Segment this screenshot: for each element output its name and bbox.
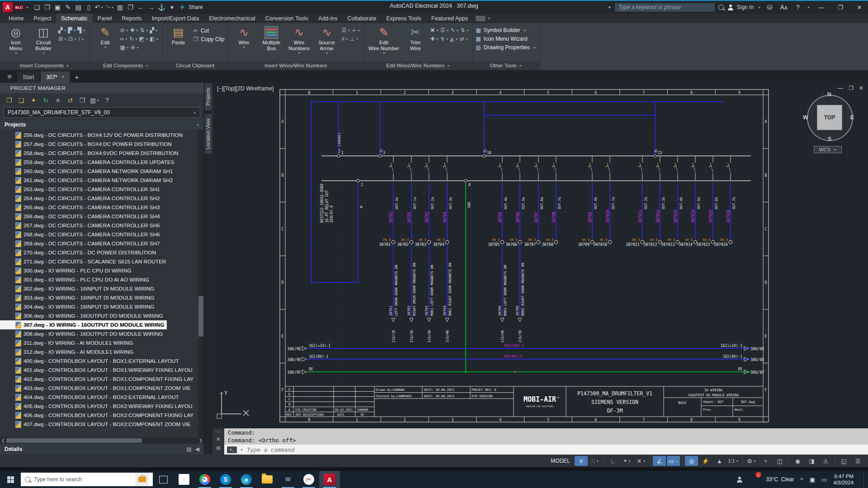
small-tool-icon[interactable]: ✖▼: [430, 27, 439, 34]
taskbar-word-icon[interactable]: W: [278, 471, 298, 488]
small-tool-icon[interactable]: ▛▼: [68, 27, 76, 34]
chevron-down-icon[interactable]: ▼: [455, 38, 458, 41]
tray-expand-icon[interactable]: ^: [801, 476, 803, 483]
ribbon-tab-home[interactable]: Home: [4, 14, 28, 23]
details-grid-icon[interactable]: ▤: [186, 446, 191, 452]
new-file-icon[interactable]: ❏: [32, 2, 42, 13]
file-list-item[interactable]: 300.dwg - IO WIRING - PLC CPU DI WIRING: [0, 266, 204, 275]
status-menu-button[interactable]: ☰: [851, 456, 864, 466]
chevron-down-icon[interactable]: ▼: [466, 29, 469, 32]
small-tool-icon[interactable]: ↯▼: [440, 35, 449, 42]
file-list-item[interactable]: 303.dwg - IO WIRING - 16INPUT DI MODULE …: [0, 293, 204, 302]
file-tab-menu-icon[interactable]: ≡: [2, 71, 17, 83]
help-caret[interactable]: ▼: [807, 6, 810, 9]
chevron-down-icon[interactable]: ▼: [145, 38, 148, 41]
chevron-down-icon[interactable]: ▼: [63, 29, 66, 32]
close-icon[interactable]: ×: [61, 75, 64, 80]
next-drawing-icon[interactable]: →: [146, 2, 156, 13]
ribbon-tab-panel[interactable]: Panel: [93, 14, 117, 23]
command-grip[interactable]: ⁞⁞⁞: [216, 429, 222, 433]
file-list-item[interactable]: 400.dwg - CONTROLBOX LAYOUT - BOX1:EXTER…: [0, 357, 204, 366]
help-search-input[interactable]: Type a keyword or phrase: [615, 3, 715, 12]
palette-grip[interactable]: ⁞⁞: [4, 86, 7, 90]
file-list-item[interactable]: 306.dwg - IO WIRING - 16OUTPUT DO MODULE…: [0, 311, 204, 320]
project-dropdown[interactable]: P147300_MA_DRUMFILTER_S7F_V9_00 ▼: [4, 107, 200, 118]
wire-numbers-button[interactable]: ∿WireNumbers▼: [286, 24, 311, 61]
chevron-down-icon[interactable]: ▼: [96, 99, 99, 102]
drawing-tab-Start[interactable]: Start: [17, 71, 39, 83]
file-list-item[interactable]: 261.dwg - DC CIRCUITS - CAMERA NETWORK D…: [0, 176, 204, 185]
chevron-down-icon[interactable]: ▼: [347, 29, 350, 32]
file-list-item[interactable]: 260.dwg - DC CIRCUITS - CAMERA NETWORK D…: [0, 167, 204, 176]
view-cube[interactable]: TOP N E S W: [805, 93, 854, 142]
palette-tab-projects[interactable]: Projects: [204, 83, 212, 111]
previous-drawing-icon[interactable]: ←: [136, 2, 146, 13]
icon-menu-button[interactable]: ◎IconMenu▼: [3, 24, 28, 61]
add-tools-button[interactable]: ＋: [759, 456, 772, 466]
ribbon-tab-schematic[interactable]: Schematic: [56, 14, 92, 23]
file-list-item[interactable]: 269.dwg - DC CIRCUITS - CAMERA CONTROLLE…: [0, 239, 204, 248]
ribbon-tab-featured-apps[interactable]: Featured Apps: [426, 14, 473, 23]
chevron-down-icon[interactable]: ▼: [14, 52, 18, 55]
ribbon-tab-electromechanical[interactable]: Electromechanical: [204, 14, 260, 23]
ortho-toggle[interactable]: ∠: [653, 456, 666, 466]
copy-clip-button[interactable]: ❐Copy Clip: [193, 36, 225, 42]
file-list-item[interactable]: 406.dwg - CONTROLBOX LAYOUT - BOX2:COMPO…: [0, 411, 204, 420]
annotation-monitor-icon[interactable]: ⚠: [819, 456, 832, 466]
panel-expand-icon[interactable]: ▼: [519, 64, 522, 67]
small-tool-icon[interactable]: ⊘▼: [120, 27, 129, 34]
ribbon-display-toggle[interactable]: ▼: [476, 14, 491, 23]
chevron-down-icon[interactable]: ▼: [136, 29, 139, 32]
chevron-down-icon[interactable]: ▼: [126, 29, 129, 32]
dynamic-input-toggle[interactable]: ▭▼: [667, 456, 680, 466]
share-button[interactable]: Share: [189, 4, 203, 10]
small-tool-icon[interactable]: ⊥▼: [350, 35, 359, 42]
taskbar-edge-icon[interactable]: e: [236, 471, 257, 488]
drawing-tab-307[interactable]: 307*×: [41, 71, 70, 83]
chevron-down-icon[interactable]: ▼: [74, 38, 77, 41]
plot-icon[interactable]: ▥▼: [90, 96, 99, 105]
file-list-item[interactable]: 403.dwg - CONTROLBOX LAYOUT - BOX1:COMPO…: [0, 384, 204, 393]
chevron-down-icon[interactable]: ▼: [111, 6, 114, 9]
hardware-accel-icon[interactable]: ◨: [805, 456, 818, 466]
new-drawing-icon[interactable]: ✦: [29, 96, 38, 105]
ribbon-tab-conversion-tools[interactable]: Conversion Tools: [260, 14, 313, 23]
edit-wire-number-button[interactable]: ✎EditWire Number▼: [367, 24, 401, 61]
file-list-item[interactable]: 302.dwg - IO WIRING - 16INPUT DI MODULE …: [0, 284, 204, 293]
small-tool-icon[interactable]: ◭▼: [450, 35, 458, 42]
app-store-cart-icon[interactable]: ⛁: [764, 2, 775, 13]
taskbar-app-tile[interactable]: ⁘: [174, 471, 194, 488]
chevron-down-icon[interactable]: ▼: [146, 29, 149, 32]
chevron-down-icon[interactable]: ▼: [155, 29, 158, 32]
panel-expand-icon[interactable]: ▼: [66, 64, 69, 67]
small-tool-icon[interactable]: ≀▼: [78, 35, 84, 42]
surfer-icon[interactable]: ⚓: [156, 2, 167, 13]
taskbar-clock[interactable]: 6:47 PM 4/3/2024: [833, 473, 854, 486]
file-list-item[interactable]: 267.dwg - DC CIRCUITS - CAMERA CONTROLLE…: [0, 221, 204, 230]
graphics-performance-icon[interactable]: ◉: [791, 456, 804, 466]
taskbar-search-input[interactable]: Type here to search: [21, 473, 153, 486]
file-list-item[interactable]: 308.dwg - IO WIRING - 16OUTPUT DO MODULE…: [0, 329, 204, 338]
chevron-down-icon[interactable]: ▼: [382, 52, 386, 55]
small-tool-icon[interactable]: ⇅▼: [461, 27, 469, 34]
refresh-icon[interactable]: ↻: [41, 96, 50, 105]
open-file-icon[interactable]: ❒: [42, 2, 52, 13]
chevron-down-icon[interactable]: ▼: [42, 52, 45, 55]
file-list-item[interactable]: 257.dwg - DC CIRCUITS - BOX4:DC POWER DI…: [0, 140, 204, 149]
taskbar-snip-icon[interactable]: ✂: [298, 471, 319, 488]
redo-icon[interactable]: ↷▼: [104, 2, 115, 13]
weather-icon[interactable]: 1: [749, 474, 760, 485]
cut-button[interactable]: ✂Cut: [193, 28, 225, 34]
chevron-down-icon[interactable]: ▼: [135, 38, 138, 41]
viewcube-west[interactable]: W: [803, 114, 808, 121]
close-button[interactable]: ✕: [852, 1, 867, 13]
chevron-down-icon[interactable]: ▼: [64, 38, 67, 41]
small-tool-icon[interactable]: ▞▼: [150, 27, 158, 34]
view-cube-face[interactable]: TOP: [817, 105, 842, 130]
file-list-item[interactable]: 265.dwg - DC CIRCUITS - CAMERA CONTROLLE…: [0, 203, 204, 212]
search-icon[interactable]: [718, 5, 724, 10]
chevron-down-icon[interactable]: ▼: [325, 52, 328, 55]
task-list-icon[interactable]: ≡: [53, 96, 62, 105]
file-list-item[interactable]: 271.dwg - DC CIRCUITS - SCALANCE S615 LA…: [0, 257, 204, 266]
file-list-item[interactable]: 407.dwg - CONTROLBOX LAYOUT - BOX2:COMPO…: [0, 420, 204, 429]
